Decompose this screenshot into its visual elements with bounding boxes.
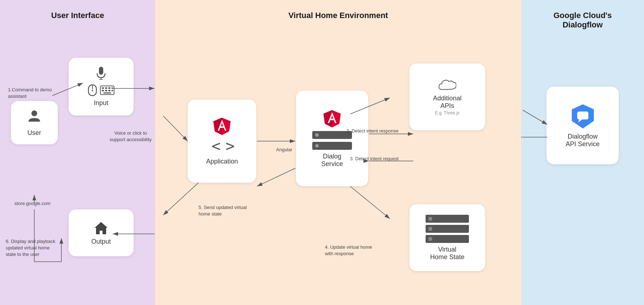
svg-line-53 — [523, 110, 547, 125]
send-state-label: 5. Send updated virtual home state — [199, 204, 247, 217]
additional-apis-label: Additional APIs — [433, 95, 461, 110]
voice-click-label: Voice or click to support accessibility — [110, 130, 152, 143]
svg-rect-12 — [105, 90, 107, 91]
vhe-content: < > Application Dialog Service — [162, 27, 514, 294]
cloud-icon — [438, 79, 456, 92]
ui-section: User Interface User — [0, 0, 155, 305]
ui-section-title: User Interface — [51, 11, 104, 20]
dialogflow-label: Dialogflow API Service — [566, 133, 600, 148]
user-label: User — [27, 129, 41, 137]
db-row-2 — [426, 225, 469, 233]
virtual-home-state-card: Virtual Home State — [409, 204, 485, 271]
ui-arrows-svg — [0, 0, 155, 305]
db-rows — [426, 215, 469, 243]
home-icon — [94, 221, 108, 235]
svg-rect-9 — [105, 87, 107, 89]
detect-response-label: 2. Detect intent response — [346, 128, 399, 134]
command-label: 1.Command to demo assistant — [8, 87, 52, 100]
svg-rect-1 — [99, 67, 103, 75]
store-google-label: store.google.com — [14, 200, 51, 207]
svg-rect-16 — [103, 92, 111, 93]
virtual-home-state-label: Virtual Home State — [430, 246, 464, 261]
svg-point-6 — [92, 90, 93, 91]
dialogflow-icon — [569, 103, 596, 130]
application-card: < > Application — [188, 100, 256, 183]
svg-line-44 — [350, 186, 390, 219]
code-brackets: < > — [212, 137, 232, 155]
svg-rect-14 — [112, 87, 113, 89]
dialog-service-label: Dialog Service — [321, 153, 343, 168]
svg-line-37 — [163, 116, 188, 141]
detect-request-label: 3. Detect intent request — [350, 156, 399, 162]
input-card: Input — [69, 58, 134, 116]
application-label: Application — [206, 158, 238, 165]
dialog-service-card: Dialog Service — [296, 91, 368, 186]
svg-rect-10 — [108, 87, 110, 89]
angular-logo-dialog — [323, 109, 341, 128]
mouse-icon — [88, 84, 97, 96]
dialogflow-card: Dialogflow API Service — [547, 87, 619, 164]
display-playback-label: 6. Display and playback updated virtual … — [6, 238, 55, 258]
db-row-1 — [426, 215, 469, 223]
svg-rect-11 — [102, 90, 104, 91]
svg-line-39 — [257, 168, 295, 186]
keyboard-icon — [100, 86, 114, 95]
update-virtual-label: 4. Update virtual home with response — [325, 244, 372, 257]
svg-point-0 — [31, 110, 37, 116]
svg-rect-48 — [577, 112, 588, 119]
svg-line-40 — [163, 183, 199, 215]
input-label: Input — [94, 99, 108, 107]
db-row-3 — [426, 235, 469, 243]
output-label: Output — [91, 238, 111, 245]
svg-rect-13 — [108, 90, 110, 91]
server-row-2 — [312, 142, 352, 150]
user-card: User — [11, 101, 58, 144]
gc-section: Google Cloud's Dialogflow Dialogflow API… — [521, 0, 644, 305]
vhe-section: Virtual Home Environment < > Application — [155, 0, 521, 305]
angular-label: Angular — [276, 147, 292, 153]
additional-apis-sublabel: E.g. Three.js — [435, 110, 460, 116]
additional-apis-card: Additional APIs E.g. Three.js — [409, 64, 485, 130]
vhe-section-title: Virtual Home Environment — [288, 11, 388, 20]
mic-icon — [96, 67, 106, 81]
output-card: Output — [69, 209, 134, 256]
angular-logo-app — [213, 117, 231, 136]
gc-section-title: Google Cloud's Dialogflow — [553, 11, 612, 30]
svg-rect-15 — [112, 90, 113, 91]
person-icon — [27, 109, 42, 126]
input-icons — [88, 84, 114, 96]
svg-rect-8 — [102, 87, 104, 89]
